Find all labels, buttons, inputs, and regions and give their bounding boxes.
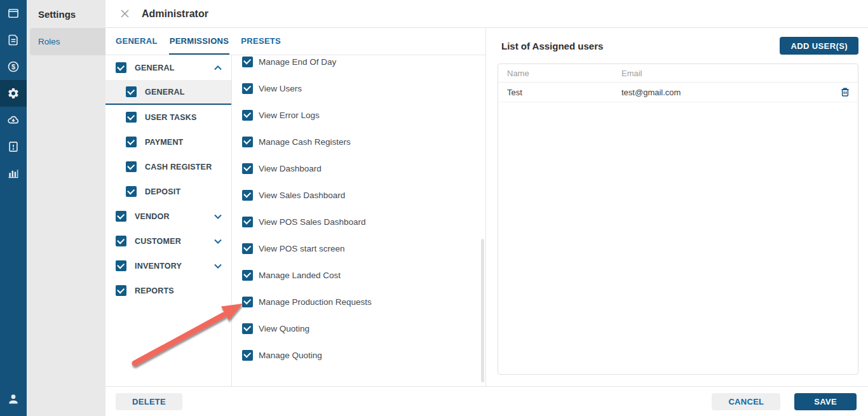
checkbox[interactable] xyxy=(116,211,126,222)
permission-item[interactable]: Manage Quoting xyxy=(232,342,485,368)
tree-item-inventory[interactable]: INVENTORY xyxy=(105,253,231,278)
assigned-users-header: List of Assigned users ADD USER(S) xyxy=(498,28,858,64)
checkbox[interactable] xyxy=(116,285,126,296)
tab-general[interactable]: GENERAL xyxy=(115,28,158,55)
close-icon[interactable] xyxy=(118,8,131,20)
tab-bar: GENERAL PERMISSIONS PRESETS xyxy=(105,28,485,55)
tree-item-vendor[interactable]: VENDOR xyxy=(105,204,231,229)
permission-list: Manage End Of Day View Users View Error … xyxy=(232,55,485,368)
cancel-button[interactable]: CANCEL xyxy=(712,393,780,410)
checkbox[interactable] xyxy=(116,236,126,246)
permission-item-manage-production-requests[interactable]: Manage Production Requests xyxy=(232,288,485,315)
permission-label: View Error Logs xyxy=(259,111,320,120)
checkbox[interactable] xyxy=(242,243,253,254)
tree-item-label: USER TASKS xyxy=(145,113,197,122)
permission-label: Manage End Of Day xyxy=(259,57,336,67)
tree-item-customer[interactable]: CUSTOMER xyxy=(105,229,231,253)
chevron-down-icon[interactable] xyxy=(214,214,222,219)
tree-item-user-tasks[interactable]: USER TASKS xyxy=(105,105,231,130)
permission-item[interactable]: View Dashboard xyxy=(232,155,485,182)
tree-item-label: VENDOR xyxy=(135,212,170,221)
tree-item-cash-register[interactable]: CASH REGISTER xyxy=(105,154,231,179)
checkbox[interactable] xyxy=(116,62,126,73)
column-header-email: Email xyxy=(621,69,858,78)
permission-label: Manage Cash Registers xyxy=(259,137,351,147)
scrollbar-thumb[interactable] xyxy=(481,239,484,382)
permission-item[interactable]: View Error Logs xyxy=(232,102,485,128)
role-editor-modal: Administrator GENERAL PERMISSIONS PRESET… xyxy=(105,0,868,416)
checkbox[interactable] xyxy=(242,270,253,281)
modal-main: GENERAL PERMISSIONS PRESETS GENERAL GENE… xyxy=(105,28,868,386)
modal-header: Administrator xyxy=(105,0,868,28)
checkbox[interactable] xyxy=(126,161,137,172)
permission-label: View POS Sales Dashboard xyxy=(259,217,366,227)
permission-item[interactable]: View Sales Dashboard xyxy=(232,182,485,208)
document-icon[interactable] xyxy=(0,27,27,53)
permission-label: View Quoting xyxy=(259,324,309,333)
svg-text:$: $ xyxy=(11,63,15,70)
tree-item-label: CASH REGISTER xyxy=(145,163,212,171)
add-users-button[interactable]: ADD USER(S) xyxy=(780,37,858,55)
checkbox[interactable] xyxy=(126,86,137,97)
permission-label: View Users xyxy=(259,84,302,93)
checkbox[interactable] xyxy=(126,112,137,123)
permission-item[interactable]: View POS start screen xyxy=(232,235,485,262)
chevron-down-icon[interactable] xyxy=(214,239,222,244)
permission-item[interactable]: Manage End Of Day xyxy=(232,55,485,75)
tab-presets[interactable]: PRESETS xyxy=(240,28,281,55)
checkbox[interactable] xyxy=(242,110,253,121)
permissions-column: GENERAL PERMISSIONS PRESETS GENERAL GENE… xyxy=(105,28,486,386)
cloud-download-icon[interactable] xyxy=(0,107,27,133)
assigned-users-panel: List of Assigned users ADD USER(S) Name … xyxy=(486,28,868,386)
delete-button[interactable]: DELETE xyxy=(116,393,182,410)
settings-item-roles[interactable]: Roles xyxy=(30,28,105,55)
page-title: Administrator xyxy=(142,8,208,20)
bar-chart-icon[interactable] xyxy=(0,160,27,187)
permission-label: View Dashboard xyxy=(259,164,322,173)
checkbox[interactable] xyxy=(116,260,126,271)
settings-gear-icon[interactable] xyxy=(0,80,27,107)
checkbox[interactable] xyxy=(242,323,253,334)
tree-item-reports[interactable]: REPORTS xyxy=(105,278,231,303)
tree-item-label: PAYMENT xyxy=(145,138,183,147)
assigned-users-table: Name Email Test test@gmail.com xyxy=(498,64,858,375)
chevron-down-icon[interactable] xyxy=(214,264,222,269)
window-icon[interactable] xyxy=(0,0,27,27)
checkbox[interactable] xyxy=(242,137,253,147)
checkbox[interactable] xyxy=(242,297,253,307)
permission-item[interactable]: View Users xyxy=(232,75,485,102)
tree-item-label: GENERAL xyxy=(135,64,175,72)
permission-label: Manage Landed Cost xyxy=(259,271,341,280)
permission-item[interactable]: Manage Cash Registers xyxy=(232,128,485,155)
save-button[interactable]: SAVE xyxy=(794,393,857,410)
permission-label: View POS start screen xyxy=(259,244,345,253)
tree-item-label: DEPOSIT xyxy=(145,187,180,196)
checkbox[interactable] xyxy=(242,217,253,227)
permission-item[interactable]: View Quoting xyxy=(232,315,485,342)
tree-item-deposit[interactable]: DEPOSIT xyxy=(105,179,231,204)
card-alert-icon[interactable] xyxy=(0,133,27,160)
checkbox[interactable] xyxy=(242,83,253,94)
user-icon[interactable] xyxy=(0,386,27,412)
tab-permissions[interactable]: PERMISSIONS xyxy=(169,28,230,55)
checkbox[interactable] xyxy=(126,137,137,147)
checkbox[interactable] xyxy=(242,163,253,174)
permission-item[interactable]: View POS Sales Dashboard xyxy=(232,208,485,235)
checkbox[interactable] xyxy=(242,57,253,67)
tree-item-general[interactable]: GENERAL xyxy=(105,80,231,105)
permission-list-panel: Manage End Of Day View Users View Error … xyxy=(232,55,485,386)
user-name-cell: Test xyxy=(498,88,621,97)
dollar-icon[interactable]: $ xyxy=(0,53,27,80)
permission-item[interactable]: Manage Landed Cost xyxy=(232,262,485,288)
chevron-up-icon[interactable] xyxy=(214,65,222,70)
tree-item-payment[interactable]: PAYMENT xyxy=(105,130,231,154)
checkbox[interactable] xyxy=(126,186,137,197)
checkbox[interactable] xyxy=(242,190,253,201)
column-header-name: Name xyxy=(498,69,621,78)
checkbox[interactable] xyxy=(242,350,253,361)
tree-item-general-group[interactable]: GENERAL xyxy=(105,55,231,80)
modal-footer: DELETE CANCEL SAVE xyxy=(105,386,868,416)
assigned-users-title: List of Assigned users xyxy=(501,41,603,51)
tree-item-label: GENERAL xyxy=(145,88,185,97)
delete-user-button[interactable] xyxy=(839,86,851,98)
